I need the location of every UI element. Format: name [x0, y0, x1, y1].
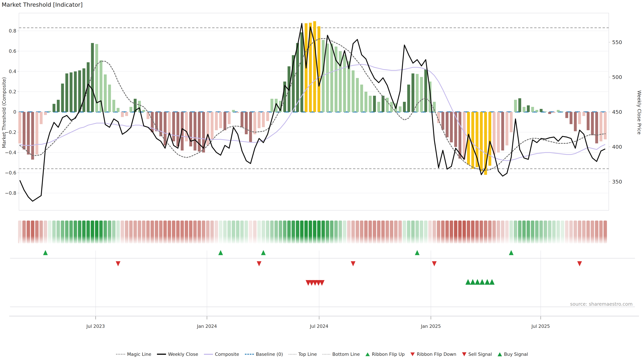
composite-bar — [215, 112, 218, 130]
x-tick-label: Jul 2023 — [86, 324, 105, 329]
composite-bar — [390, 102, 393, 112]
composite-bar — [518, 98, 521, 112]
ribbon-flip-down-marker — [116, 261, 120, 266]
composite-bar — [369, 96, 372, 112]
top-line-swatch-icon — [289, 354, 296, 355]
composite-bar — [540, 109, 542, 112]
composite-bar — [57, 100, 60, 112]
composite-bar — [548, 112, 551, 114]
legend-item-composite: Composite — [204, 352, 239, 357]
composite-bar — [245, 112, 248, 134]
composite-bar — [412, 73, 414, 112]
composite-bar — [510, 112, 513, 132]
right-tick-label: 500 — [612, 74, 622, 80]
composite-bar — [78, 70, 81, 112]
composite-bar — [219, 112, 222, 128]
composite-bar — [360, 85, 363, 112]
composite-bar — [591, 112, 594, 135]
magic-line — [20, 38, 605, 170]
buy-signal-marker — [466, 279, 470, 285]
weekly-close-swatch-icon — [157, 354, 166, 355]
left-axis-title: Market Threshold (Composite) — [1, 77, 7, 148]
right-axis-title: Weekly Close Price — [636, 90, 642, 134]
composite-bar — [172, 112, 175, 141]
composite-bar — [522, 107, 526, 112]
right-tick-label: 400 — [612, 144, 622, 150]
composite-bar — [70, 72, 72, 112]
composite-bar — [488, 112, 491, 166]
composite-bar — [343, 55, 346, 112]
ribbon-flip-down-marker — [432, 261, 437, 266]
composite-bar — [574, 112, 577, 131]
composite-bar — [82, 68, 85, 112]
legend-item-bottom-line: Bottom Line — [322, 352, 360, 357]
ribbon-flip-up-marker — [509, 250, 514, 255]
right-tick-label: 450 — [612, 109, 622, 115]
left-tick-label: 0 — [13, 109, 16, 115]
composite-bar — [262, 112, 265, 127]
composite-bar — [403, 102, 406, 112]
composite-bar — [424, 69, 427, 112]
buy-signal-marker — [470, 279, 475, 285]
composite-bar — [240, 112, 243, 127]
composite-bar — [471, 112, 474, 169]
legend-label: Sell Signal — [468, 352, 492, 357]
x-tick-label: Jul 2024 — [310, 324, 328, 329]
composite-bar — [561, 112, 564, 112]
legend-item-ribbon-flip-up: Ribbon Flip Up — [366, 352, 405, 357]
x-tick-label: Jan 2025 — [420, 324, 441, 329]
composite-bar — [270, 99, 273, 112]
composite-bar — [206, 112, 209, 145]
composite-bar — [254, 112, 256, 134]
legend-item-baseline: Baseline (0) — [245, 352, 283, 357]
composite-bar — [595, 112, 598, 143]
composite-bar — [531, 107, 534, 112]
composite-bar — [130, 107, 132, 112]
ribbon-flip-down-marker — [351, 261, 356, 266]
bars-group — [18, 21, 607, 175]
composite-bar — [416, 74, 418, 112]
composite-bar — [31, 112, 34, 160]
composite-bar — [364, 92, 367, 112]
composite-bar — [228, 112, 230, 124]
composite-bar — [23, 112, 26, 149]
composite-bar — [211, 112, 214, 139]
composite-bar — [52, 104, 55, 112]
composite-bar — [506, 112, 508, 145]
composite-bar — [604, 112, 606, 139]
composite-bar — [74, 71, 77, 112]
left-tick-label: −0.8 — [5, 190, 16, 196]
x-tick-label: Jan 2024 — [197, 324, 217, 329]
ribbon-flip-up-marker — [415, 250, 420, 255]
composite-bar — [420, 77, 423, 112]
legend-item-sell-signal: Sell Signal — [462, 352, 492, 357]
magic-line-swatch-icon — [116, 354, 125, 355]
ribbon-flip-up-icon — [366, 353, 370, 356]
composite-bar — [587, 112, 590, 130]
ribbon-flip-down-icon — [410, 353, 415, 356]
ribbon-flip-down-marker — [257, 261, 262, 266]
legend-label: Ribbon Flip Up — [372, 352, 405, 357]
composite-bar — [582, 112, 585, 116]
bottom-line-swatch-icon — [322, 354, 330, 355]
composite-bar — [258, 112, 260, 128]
composite-bar — [373, 96, 376, 112]
left-tick-label: −0.6 — [5, 170, 16, 176]
chart-legend: Magic Line Weekly Close Composite Baseli… — [0, 352, 644, 357]
composite-bar — [544, 111, 547, 112]
composite-bar — [493, 112, 496, 155]
composite-bar — [146, 112, 150, 119]
legend-item-buy-signal: Buy Signal — [498, 352, 528, 357]
composite-bar — [61, 84, 64, 112]
composite-bar — [458, 112, 461, 159]
left-tick-label: 0.8 — [9, 28, 16, 34]
composite-bar — [386, 98, 389, 112]
legend-label: Weekly Close — [168, 352, 198, 357]
composite-bar — [117, 108, 120, 112]
composite-bar — [501, 112, 504, 150]
composite-bar — [232, 110, 235, 112]
right-tick-label: 350 — [612, 179, 622, 185]
buy-signal-marker — [475, 279, 480, 285]
legend-label: Bottom Line — [332, 352, 360, 357]
composite-bar — [480, 112, 483, 171]
